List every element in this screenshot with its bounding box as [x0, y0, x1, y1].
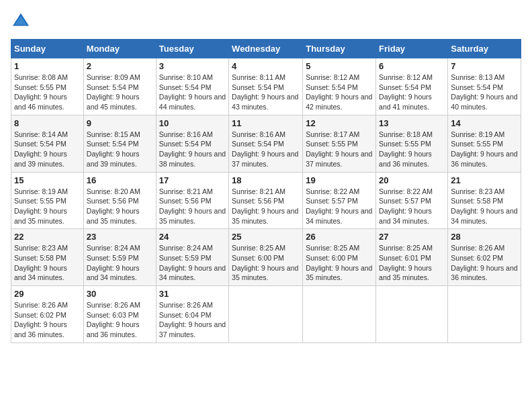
- day-cell: 10 Sunrise: 8:16 AM Sunset: 5:54 PM Dayl…: [156, 115, 228, 172]
- day-content: Sunrise: 8:16 AM Sunset: 5:54 PM Dayligh…: [232, 130, 300, 169]
- day-cell: 19 Sunrise: 8:22 AM Sunset: 5:57 PM Dayl…: [303, 172, 376, 229]
- day-content: Sunrise: 8:21 AM Sunset: 5:56 PM Dayligh…: [232, 187, 300, 226]
- day-number: 24: [159, 232, 226, 242]
- day-content: Sunrise: 8:21 AM Sunset: 5:56 PM Dayligh…: [159, 187, 226, 226]
- column-header-friday: Friday: [376, 40, 448, 58]
- header: [11, 11, 521, 31]
- day-content: Sunrise: 8:24 AM Sunset: 5:59 PM Dayligh…: [87, 243, 153, 283]
- day-content: Sunrise: 8:19 AM Sunset: 5:55 PM Dayligh…: [14, 187, 81, 226]
- day-number: 4: [232, 61, 300, 71]
- column-header-tuesday: Tuesday: [156, 40, 228, 58]
- day-number: 5: [306, 61, 373, 71]
- day-number: 6: [379, 61, 445, 71]
- day-number: 14: [451, 118, 518, 128]
- day-cell: 16 Sunrise: 8:20 AM Sunset: 5:56 PM Dayl…: [83, 172, 156, 229]
- day-cell: [376, 286, 448, 343]
- day-content: Sunrise: 8:09 AM Sunset: 5:54 PM Dayligh…: [87, 73, 153, 112]
- day-content: Sunrise: 8:23 AM Sunset: 5:58 PM Dayligh…: [451, 187, 518, 226]
- column-header-sunday: Sunday: [11, 40, 84, 58]
- column-header-saturday: Saturday: [448, 40, 521, 58]
- day-content: Sunrise: 8:25 AM Sunset: 6:00 PM Dayligh…: [232, 243, 300, 283]
- day-content: Sunrise: 8:23 AM Sunset: 5:58 PM Dayligh…: [14, 243, 81, 283]
- day-number: 2: [87, 61, 153, 71]
- day-number: 20: [379, 175, 445, 185]
- day-content: Sunrise: 8:15 AM Sunset: 5:54 PM Dayligh…: [87, 130, 153, 169]
- day-cell: 26 Sunrise: 8:25 AM Sunset: 6:00 PM Dayl…: [303, 229, 376, 286]
- column-header-thursday: Thursday: [303, 40, 376, 58]
- logo-icon: [11, 11, 31, 31]
- day-content: Sunrise: 8:22 AM Sunset: 5:57 PM Dayligh…: [306, 187, 373, 226]
- week-row-2: 8 Sunrise: 8:14 AM Sunset: 5:54 PM Dayli…: [11, 115, 521, 172]
- day-content: Sunrise: 8:26 AM Sunset: 6:02 PM Dayligh…: [451, 243, 518, 283]
- day-number: 18: [232, 175, 300, 185]
- day-number: 30: [87, 289, 153, 299]
- day-cell: 27 Sunrise: 8:25 AM Sunset: 6:01 PM Dayl…: [376, 229, 448, 286]
- day-cell: 31 Sunrise: 8:26 AM Sunset: 6:04 PM Dayl…: [156, 286, 228, 343]
- day-content: Sunrise: 8:25 AM Sunset: 6:01 PM Dayligh…: [379, 243, 445, 283]
- day-cell: 8 Sunrise: 8:14 AM Sunset: 5:54 PM Dayli…: [11, 115, 84, 172]
- day-number: 23: [87, 232, 153, 242]
- day-content: Sunrise: 8:08 AM Sunset: 5:55 PM Dayligh…: [14, 73, 81, 112]
- day-cell: 13 Sunrise: 8:18 AM Sunset: 5:55 PM Dayl…: [376, 115, 448, 172]
- day-cell: 21 Sunrise: 8:23 AM Sunset: 5:58 PM Dayl…: [448, 172, 521, 229]
- day-number: 13: [379, 118, 445, 128]
- column-header-wednesday: Wednesday: [229, 40, 303, 58]
- day-number: 21: [451, 175, 518, 185]
- day-cell: 12 Sunrise: 8:17 AM Sunset: 5:55 PM Dayl…: [303, 115, 376, 172]
- calendar-header-row: SundayMondayTuesdayWednesdayThursdayFrid…: [11, 40, 521, 58]
- day-cell: 4 Sunrise: 8:11 AM Sunset: 5:54 PM Dayli…: [229, 58, 303, 116]
- day-number: 28: [451, 232, 518, 242]
- week-row-1: 1 Sunrise: 8:08 AM Sunset: 5:55 PM Dayli…: [11, 58, 521, 116]
- day-number: 16: [87, 175, 153, 185]
- column-header-monday: Monday: [83, 40, 156, 58]
- day-cell: 1 Sunrise: 8:08 AM Sunset: 5:55 PM Dayli…: [11, 58, 84, 116]
- day-content: Sunrise: 8:14 AM Sunset: 5:54 PM Dayligh…: [14, 130, 81, 169]
- day-cell: [448, 286, 521, 343]
- day-cell: [229, 286, 303, 343]
- day-content: Sunrise: 8:20 AM Sunset: 5:56 PM Dayligh…: [87, 187, 153, 226]
- day-content: Sunrise: 8:25 AM Sunset: 6:00 PM Dayligh…: [306, 243, 373, 283]
- day-cell: 15 Sunrise: 8:19 AM Sunset: 5:55 PM Dayl…: [11, 172, 84, 229]
- day-number: 19: [306, 175, 373, 185]
- day-number: 25: [232, 232, 300, 242]
- day-number: 11: [232, 118, 300, 128]
- day-cell: 22 Sunrise: 8:23 AM Sunset: 5:58 PM Dayl…: [11, 229, 84, 286]
- day-content: Sunrise: 8:24 AM Sunset: 5:59 PM Dayligh…: [159, 243, 226, 283]
- day-cell: 20 Sunrise: 8:22 AM Sunset: 5:57 PM Dayl…: [376, 172, 448, 229]
- calendar-table: SundayMondayTuesdayWednesdayThursdayFrid…: [11, 39, 521, 343]
- day-number: 26: [306, 232, 373, 242]
- day-content: Sunrise: 8:17 AM Sunset: 5:55 PM Dayligh…: [306, 130, 373, 169]
- day-content: Sunrise: 8:12 AM Sunset: 5:54 PM Dayligh…: [379, 73, 445, 112]
- day-content: Sunrise: 8:19 AM Sunset: 5:55 PM Dayligh…: [451, 130, 518, 169]
- day-cell: 18 Sunrise: 8:21 AM Sunset: 5:56 PM Dayl…: [229, 172, 303, 229]
- day-content: Sunrise: 8:12 AM Sunset: 5:54 PM Dayligh…: [306, 73, 373, 112]
- day-content: Sunrise: 8:11 AM Sunset: 5:54 PM Dayligh…: [232, 73, 300, 112]
- day-content: Sunrise: 8:26 AM Sunset: 6:04 PM Dayligh…: [159, 300, 226, 340]
- day-cell: 9 Sunrise: 8:15 AM Sunset: 5:54 PM Dayli…: [83, 115, 156, 172]
- day-number: 3: [159, 61, 226, 71]
- day-content: Sunrise: 8:16 AM Sunset: 5:54 PM Dayligh…: [159, 130, 226, 169]
- day-content: Sunrise: 8:22 AM Sunset: 5:57 PM Dayligh…: [379, 187, 445, 226]
- day-number: 29: [14, 289, 81, 299]
- day-number: 22: [14, 232, 81, 242]
- day-cell: 30 Sunrise: 8:26 AM Sunset: 6:03 PM Dayl…: [83, 286, 156, 343]
- day-number: 9: [87, 118, 153, 128]
- day-content: Sunrise: 8:13 AM Sunset: 5:54 PM Dayligh…: [451, 73, 518, 112]
- day-number: 27: [379, 232, 445, 242]
- day-number: 10: [159, 118, 226, 128]
- day-content: Sunrise: 8:26 AM Sunset: 6:03 PM Dayligh…: [87, 300, 153, 340]
- day-cell: 11 Sunrise: 8:16 AM Sunset: 5:54 PM Dayl…: [229, 115, 303, 172]
- day-cell: 7 Sunrise: 8:13 AM Sunset: 5:54 PM Dayli…: [448, 58, 521, 116]
- day-cell: 3 Sunrise: 8:10 AM Sunset: 5:54 PM Dayli…: [156, 58, 228, 116]
- day-cell: 24 Sunrise: 8:24 AM Sunset: 5:59 PM Dayl…: [156, 229, 228, 286]
- day-number: 12: [306, 118, 373, 128]
- day-number: 1: [14, 61, 81, 71]
- day-content: Sunrise: 8:10 AM Sunset: 5:54 PM Dayligh…: [159, 73, 226, 112]
- day-cell: 25 Sunrise: 8:25 AM Sunset: 6:00 PM Dayl…: [229, 229, 303, 286]
- week-row-3: 15 Sunrise: 8:19 AM Sunset: 5:55 PM Dayl…: [11, 172, 521, 229]
- day-cell: 14 Sunrise: 8:19 AM Sunset: 5:55 PM Dayl…: [448, 115, 521, 172]
- logo: [11, 11, 34, 31]
- day-content: Sunrise: 8:18 AM Sunset: 5:55 PM Dayligh…: [379, 130, 445, 169]
- day-cell: [303, 286, 376, 343]
- day-content: Sunrise: 8:26 AM Sunset: 6:02 PM Dayligh…: [14, 300, 81, 340]
